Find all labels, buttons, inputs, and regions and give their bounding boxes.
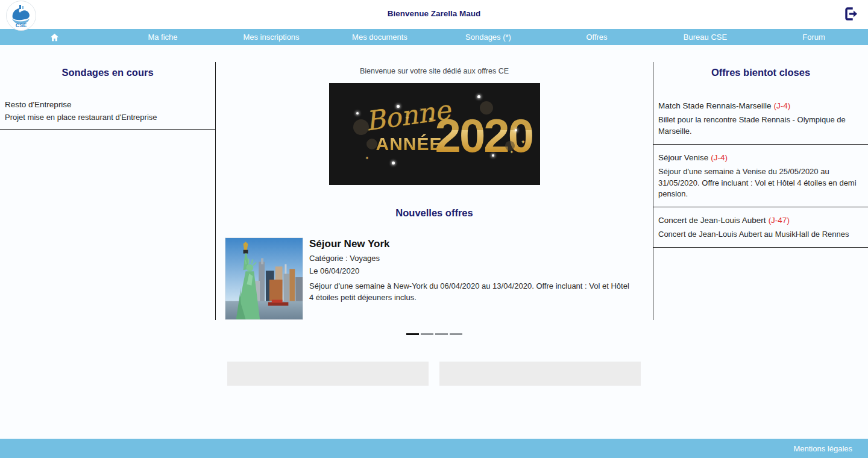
- offer-text: Séjour New York Catégorie : Voyages Le 0…: [309, 237, 635, 320]
- nav-sondages[interactable]: Sondages (*): [434, 29, 542, 45]
- closing-offer-item[interactable]: Concert de Jean-Louis Aubert(J-47) Conce…: [653, 207, 868, 248]
- logout-button[interactable]: [843, 5, 860, 22]
- nav-label: Forum: [802, 33, 825, 42]
- surveys-panel: Sondages en cours Resto d'Entreprise Pro…: [0, 62, 216, 320]
- surveys-panel-title: Sondages en cours: [0, 67, 215, 78]
- nav-mes-documents[interactable]: Mes documents: [326, 29, 434, 45]
- new-year-banner: Bonne ANNÉE 2020 ✦ ✳ ✦ ✦ ✱ ✦: [329, 83, 540, 185]
- cse-logo: CSE: [6, 1, 36, 31]
- nav-forum[interactable]: Forum: [760, 29, 868, 45]
- logout-icon: [844, 7, 858, 21]
- survey-description: Projet mise en place restaurant d'Entrep…: [5, 113, 209, 122]
- new-york-offer-image: [225, 237, 303, 320]
- survey-item[interactable]: Resto d'Entreprise Projet mise en place …: [0, 100, 215, 130]
- closing-offer-title: Concert de Jean-Louis Aubert(J-47): [658, 216, 861, 225]
- header: CSE Bienvenue Zarella Maud: [0, 0, 868, 29]
- nav-mes-inscriptions[interactable]: Mes inscriptions: [217, 29, 326, 45]
- nav-label: Ma fiche: [148, 33, 177, 42]
- closing-offer-title: Match Stade Rennais-Marseille(J-4): [658, 101, 861, 110]
- center-panel: Bienvenue sur votre site dédié aux offre…: [216, 62, 653, 320]
- closing-offer-title: Séjour Venise(J-4): [658, 153, 861, 162]
- home-icon: [50, 33, 59, 42]
- banner-star: ✱: [429, 117, 433, 122]
- cse-logo-icon: CSE: [8, 2, 34, 29]
- closing-offer-description: Séjour d'une semaine à Venise du 25/05/2…: [658, 166, 861, 201]
- banner-star: ✳: [420, 107, 424, 113]
- nav-offres[interactable]: Offres: [542, 29, 651, 45]
- nav-home[interactable]: [0, 29, 108, 45]
- days-left-badge: (J-4): [711, 153, 728, 162]
- banner-sparkle: [477, 95, 480, 98]
- banner-sparkle: [356, 112, 359, 114]
- banner-star: ✦: [510, 149, 514, 155]
- new-offers-title: Nouvelles offres: [395, 207, 473, 219]
- nav-label: Mes documents: [352, 33, 407, 42]
- closing-offer-description: Billet pour la rencontre Stade Rennais -…: [658, 114, 861, 137]
- legal-notice-link[interactable]: Mentions légales: [793, 444, 852, 453]
- banner-word2: ANNÉE: [376, 134, 442, 154]
- survey-title: Resto d'Entreprise: [5, 100, 209, 109]
- banner-star: ✦: [405, 114, 410, 121]
- nav-label: Offres: [586, 33, 607, 42]
- banner-bokeh: [353, 119, 369, 135]
- placeholder-row: [227, 362, 641, 386]
- banner-sparkle: [392, 162, 395, 165]
- banner-sparkle: [492, 154, 494, 157]
- carousel-page-1[interactable]: [406, 333, 419, 335]
- closing-offer-name: Concert de Jean-Louis Aubert: [658, 216, 766, 225]
- main-content: Sondages en cours Resto d'Entreprise Pro…: [0, 62, 868, 320]
- closing-offer-item[interactable]: Match Stade Rennais-Marseille(J-4) Bille…: [653, 93, 868, 145]
- carousel-page-2[interactable]: [421, 333, 433, 335]
- nav-label: Bureau CSE: [684, 33, 727, 42]
- banner-sparkle: [515, 129, 517, 131]
- days-left-badge: (J-4): [774, 101, 791, 110]
- carousel-page-3[interactable]: [435, 333, 448, 335]
- placeholder-box: [227, 362, 429, 386]
- banner-star: ✦: [365, 155, 370, 161]
- banner-bokeh: [480, 101, 493, 114]
- offer-description: Séjour d'une semaine à New-York du 06/04…: [309, 281, 635, 304]
- banner-star: ✦: [521, 139, 526, 145]
- closing-offers-panel: Offres bientot closes Match Stade Rennai…: [653, 62, 868, 320]
- banner-year: 2020: [435, 112, 533, 159]
- carousel-indicators: [0, 333, 868, 335]
- footer: Mentions légales: [0, 439, 868, 458]
- nav-bureau-cse[interactable]: Bureau CSE: [651, 29, 760, 45]
- main-nav: Ma fiche Mes inscriptions Mes documents …: [0, 29, 868, 45]
- closing-offer-name: Match Stade Rennais-Marseille: [658, 101, 772, 110]
- closing-offer-name: Séjour Venise: [658, 153, 708, 162]
- banner-bokeh: [366, 139, 377, 149]
- placeholder-box: [439, 362, 641, 386]
- carousel-page-4[interactable]: [450, 333, 462, 335]
- nav-ma-fiche[interactable]: Ma fiche: [108, 29, 217, 45]
- offer-title: Séjour New York: [309, 238, 635, 250]
- nav-label: Mes inscriptions: [243, 33, 299, 42]
- days-left-badge: (J-47): [769, 216, 790, 225]
- closing-offer-description: Concert de Jean-Louis Aubert au MusikHal…: [658, 229, 861, 240]
- welcome-message: Bienvenue Zarella Maud: [0, 9, 868, 18]
- banner-sparkle: [397, 105, 400, 108]
- site-subtitle: Bienvenue sur votre site dédié aux offre…: [360, 67, 509, 75]
- svg-text:CSE: CSE: [16, 22, 27, 28]
- closing-offers-title: Offres bientot closes: [653, 67, 868, 78]
- offer-date: Le 06/04/2020: [309, 266, 635, 275]
- nav-label: Sondages (*): [465, 33, 511, 42]
- offer-category: Catégorie : Voyages: [309, 254, 635, 263]
- closing-offer-item[interactable]: Séjour Venise(J-4) Séjour d'une semaine …: [653, 145, 868, 208]
- offer-card-new-york[interactable]: Séjour New York Catégorie : Voyages Le 0…: [216, 237, 653, 320]
